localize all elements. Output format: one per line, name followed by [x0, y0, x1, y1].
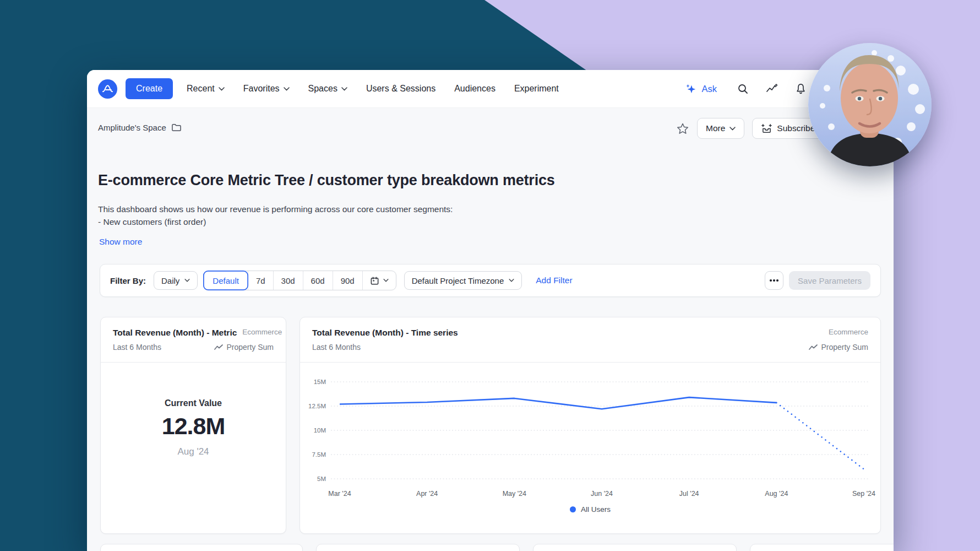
nav-item-label: Audiences [454, 84, 496, 94]
subscribe-label: Subscribe [777, 123, 815, 133]
nav-item-favorites[interactable]: Favorites [234, 70, 299, 108]
header-actions: More Subscribe [676, 118, 824, 139]
range-option-90d[interactable]: 90d [333, 271, 362, 290]
current-value: 12.8M [162, 413, 225, 440]
timeseries-card-aggregation: Property Sum [809, 343, 868, 352]
zigzag-line-icon [809, 344, 818, 350]
search-button[interactable] [737, 83, 749, 95]
search-icon [737, 83, 749, 95]
svg-text:15M: 15M [314, 379, 326, 385]
nav-item-label: Spaces [308, 84, 337, 94]
timeseries-card-source: Ecommerce [829, 328, 868, 336]
legend-dot [570, 506, 576, 512]
bottom-card-2: New customer revenue - l6m Ecommerce Las… [316, 544, 520, 551]
chevron-down-icon [184, 279, 190, 282]
legend-label: All Users [581, 505, 611, 514]
current-value-date: Aug '24 [177, 446, 209, 457]
create-button[interactable]: Create [126, 78, 173, 99]
breadcrumb[interactable]: Amplitude's Space [98, 123, 182, 132]
svg-text:Sep '24: Sep '24 [852, 490, 875, 498]
nav-item-label: Recent [187, 84, 215, 94]
folder-icon [171, 123, 182, 132]
timezone-value: Default Project Timezone [412, 276, 504, 285]
canvas: Create Recent Favorites Spaces Users & S… [0, 0, 980, 551]
bottom-card-3: New customer revenue - share ... Ecommer… [533, 544, 737, 551]
ask-button[interactable]: Ask [682, 82, 720, 95]
add-filter-link[interactable]: Add Filter [532, 275, 575, 286]
more-button[interactable]: More [697, 118, 744, 139]
page-description: This dashboard shows us how our revenue … [98, 203, 453, 228]
pen-chart-icon [765, 83, 778, 95]
notifications-button[interactable] [795, 83, 807, 95]
overflow-menu-button[interactable] [765, 271, 783, 290]
more-label: More [706, 123, 725, 133]
nav-item-label: Users & Sessions [366, 84, 435, 94]
svg-text:May '24: May '24 [503, 490, 526, 498]
show-more-link[interactable]: Show more [99, 237, 142, 247]
dashboard-content: Amplitude's Space More Subscribe E-comme… [87, 108, 894, 551]
calendar-range-button[interactable] [362, 271, 396, 290]
chevron-down-icon [729, 127, 736, 131]
timeseries-card-range: Last 6 Months [312, 343, 361, 352]
favorite-star-button[interactable] [676, 122, 689, 135]
whats-new-button[interactable] [765, 83, 778, 95]
timezone-dropdown[interactable]: Default Project Timezone [404, 271, 522, 290]
nav-item-label: Experiment [514, 84, 559, 94]
amplitude-logo-icon[interactable] [98, 79, 117, 99]
metric-card: Total Revenue (Month) - Metric Ecommerce… [100, 317, 286, 534]
chevron-down-icon [284, 87, 290, 91]
chevron-down-icon [383, 279, 389, 282]
timeseries-plot[interactable]: 15M12.5M10M7.5M5MMar '24Apr '24May '24Ju… [300, 369, 880, 523]
metric-card-source: Ecommerce [242, 328, 282, 336]
subscribe-inbox-icon [761, 123, 772, 134]
range-option-7d[interactable]: 7d [248, 271, 273, 290]
bottom-card-4: New customer revenue - share ... Ecommer… [750, 544, 894, 551]
svg-text:5M: 5M [317, 476, 326, 482]
filter-by-label: Filter By: [110, 276, 146, 285]
range-option-30d[interactable]: 30d [273, 271, 303, 290]
nav-item-audiences[interactable]: Audiences [445, 70, 505, 108]
interval-dropdown[interactable]: Daily [154, 271, 198, 290]
chevron-down-icon [219, 87, 225, 91]
svg-text:Jul '24: Jul '24 [679, 490, 699, 498]
description-line-2: - New customers (first order) [98, 215, 453, 228]
timeseries-card-header: Total Revenue (Month) - Time series Ecom… [300, 317, 880, 363]
star-icon [676, 122, 689, 135]
nav-item-experiment[interactable]: Experiment [505, 70, 568, 108]
svg-text:Mar '24: Mar '24 [328, 490, 351, 498]
zigzag-line-icon [214, 344, 223, 350]
filter-bar-right: Save Parameters [765, 271, 870, 290]
webcam-bubble [808, 43, 932, 166]
chevron-down-icon [509, 279, 514, 282]
current-value-label: Current Value [165, 398, 222, 408]
sparkle-icon [685, 83, 697, 95]
legend-item-all-users[interactable]: All Users [300, 505, 880, 514]
ask-label: Ask [701, 84, 717, 94]
metric-card-body: Current Value 12.8M Aug '24 [101, 363, 286, 533]
nav-item-users-sessions[interactable]: Users & Sessions [357, 70, 445, 108]
range-option-default[interactable]: Default [203, 271, 248, 290]
timeseries-card: Total Revenue (Month) - Time series Ecom… [300, 317, 881, 534]
nav-item-label: Favorites [243, 84, 280, 94]
metric-card-header: Total Revenue (Month) - Metric Ecommerce… [101, 317, 286, 363]
save-parameters-button[interactable]: Save Parameters [789, 271, 870, 290]
svg-text:10M: 10M [314, 427, 326, 434]
page-title: E-commerce Core Metric Tree / customer t… [98, 172, 555, 189]
bottom-card-1: New customer revenue - total - ... Ecomm… [100, 544, 303, 551]
svg-text:Apr '24: Apr '24 [416, 490, 438, 498]
metric-card-title[interactable]: Total Revenue (Month) - Metric [113, 328, 237, 338]
breadcrumb-space-label: Amplitude's Space [98, 123, 166, 132]
metric-card-aggregation: Property Sum [214, 343, 274, 352]
nav-item-spaces[interactable]: Spaces [299, 70, 357, 108]
date-range-segmented-control: Default 7d 30d 60d 90d [203, 271, 396, 290]
presenter-face-icon [808, 43, 932, 166]
chevron-down-icon [341, 87, 347, 91]
bell-icon [795, 83, 807, 95]
navbar: Create Recent Favorites Spaces Users & S… [87, 70, 894, 108]
app-window: Create Recent Favorites Spaces Users & S… [87, 70, 894, 551]
nav-item-recent[interactable]: Recent [177, 70, 234, 108]
timeseries-card-title[interactable]: Total Revenue (Month) - Time series [312, 328, 458, 338]
metric-card-range: Last 6 Months [113, 343, 161, 352]
svg-text:7.5M: 7.5M [312, 451, 326, 458]
range-option-60d[interactable]: 60d [303, 271, 333, 290]
